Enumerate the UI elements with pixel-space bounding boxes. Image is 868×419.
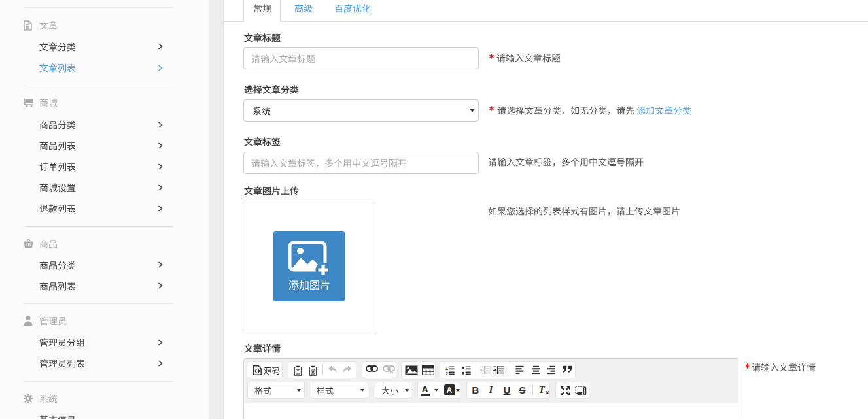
svg-text:2: 2: [445, 370, 448, 375]
